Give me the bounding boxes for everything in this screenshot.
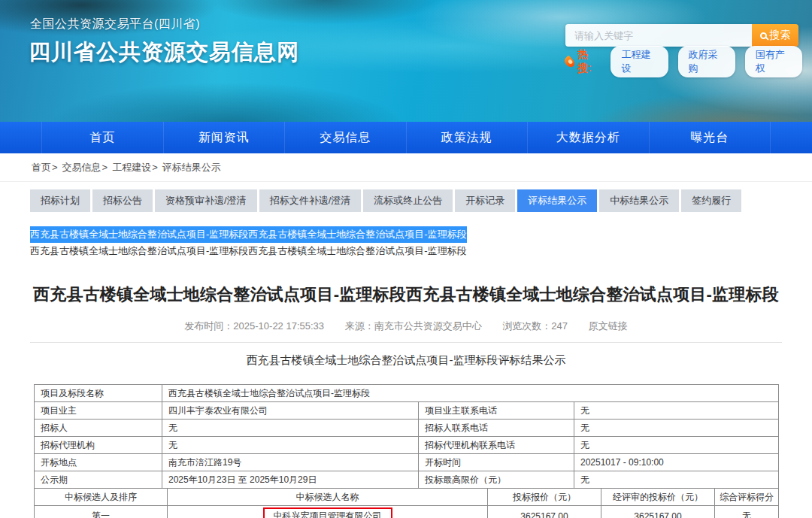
breadcrumb-separator: > — [52, 162, 58, 173]
label-opening-time: 开标时间 — [419, 454, 574, 471]
breadcrumb-trade-info[interactable]: 交易信息 — [62, 161, 102, 174]
nav-item-news[interactable]: 新闻资讯 — [164, 122, 286, 153]
label-agency: 招标代理机构 — [35, 437, 162, 454]
result-item-selected[interactable]: 西充县古楼镇全域士地综合整治试点项目-监理标段西充县古楼镇全域士地综合整治试点项… — [30, 226, 467, 243]
table-row: 项目及标段名称 西充县古楼镇全域士地综合整治试点项目-监理标段 — [35, 385, 779, 402]
table-row: 招标人 无 招标人联系电话 无 — [35, 420, 779, 437]
table-row: 公示期 2025年10月23日 至 2025年10月29日 投标最高限价（元） … — [35, 471, 779, 489]
hot-tag-state-assets[interactable]: 国有产权 — [745, 46, 802, 77]
tab-evaluation-result[interactable]: 评标结果公示 — [517, 189, 597, 212]
tab-bid-plan[interactable]: 招标计划 — [30, 189, 90, 212]
nav-item-exposure[interactable]: 曝光台 — [650, 122, 771, 153]
value-max-price: 无 — [574, 471, 779, 489]
result-list: 西充县古楼镇全域士地综合整治试点项目-监理标段西充县古楼镇全域士地综合整治试点项… — [0, 226, 812, 259]
hot-search-row: 热搜: 工程建设 政府采购 国有产权 — [565, 53, 812, 71]
value-tenderer: 无 — [162, 420, 419, 437]
project-info-table: 项目及标段名称 西充县古楼镇全域士地综合整治试点项目-监理标段 项目业主 四川丰… — [34, 384, 779, 489]
search-bar: 搜索 — [565, 24, 798, 47]
table-row: 开标地点 南充市涪江路19号 开标时间 20251017 - 09:10:00 — [35, 454, 779, 471]
search-button-label: 搜索 — [770, 29, 791, 42]
search-button[interactable]: 搜索 — [752, 24, 798, 47]
site-title: 四川省公共资源交易信息网 — [29, 38, 299, 68]
label-project-name: 项目及标段名称 — [35, 385, 162, 402]
search-icon — [760, 32, 767, 39]
origin-link[interactable]: 原文链接 — [589, 320, 628, 332]
candidate-header-row: 中标候选人及排序 中标候选人名称 投标报价（元） 经评审的投标价（元） 综合评标… — [35, 489, 779, 506]
tab-bid-document-addendum[interactable]: 招标文件补遗/澄清 — [259, 189, 362, 212]
label-agency-phone: 招标代理机构联系电话 — [419, 437, 574, 454]
label-tenderer-phone: 招标人联系电话 — [419, 420, 574, 437]
breadcrumb-home[interactable]: 首页 — [32, 161, 51, 174]
value-agency: 无 — [162, 437, 419, 454]
value-project-owner: 四川丰宇泰农业有限公司 — [162, 402, 419, 420]
breadcrumb-current-page: 评标结果公示 — [162, 161, 221, 174]
tab-bid-announcement[interactable]: 招标公告 — [92, 189, 153, 212]
article-title: 西充县古楼镇全域士地综合整治试点项目-监理标段西充县古楼镇全域士地综合整治试点项… — [0, 283, 812, 306]
value-tenderer-phone: 无 — [574, 420, 779, 437]
candidate-data-row: 第一 中科兴宏项目管理有限公司 3625167.00 3625167.00 无 — [35, 506, 779, 518]
breadcrumb-separator: > — [102, 162, 108, 173]
main-nav: 首页 新闻资讯 交易信息 政策法规 大数据分析 曝光台 — [0, 122, 812, 153]
view-count: 浏览次数：247 — [502, 320, 568, 332]
nav-item-big-data[interactable]: 大数据分析 — [528, 122, 650, 153]
header-bid-price: 投标报价（元） — [488, 489, 601, 506]
hero-banner: 全国公共资源交易平台(四川省) 四川省公共资源交易信息网 搜索 热搜: 工程建设… — [0, 0, 812, 122]
value-agency-phone: 无 — [574, 437, 779, 454]
value-opening-time: 20251017 - 09:10:00 — [574, 454, 779, 471]
result-item[interactable]: 西充县古楼镇全域士地综合整治试点项目-监理标段西充县古楼镇全域士地综合整治试点项… — [30, 243, 467, 259]
value-opening-place: 南充市涪江路19号 — [162, 454, 419, 471]
source: 来源：南充市公共资源交易中心 — [345, 320, 482, 332]
tab-contract-performance[interactable]: 签约履行 — [681, 189, 741, 212]
breadcrumb-construction[interactable]: 工程建设 — [112, 161, 151, 174]
candidate-evaluated-price: 3625167.00 — [601, 506, 715, 518]
nav-item-home[interactable]: 首页 — [41, 122, 164, 153]
table-row: 招标代理机构 无 招标代理机构联系电话 无 — [35, 437, 779, 454]
value-owner-phone: 无 — [574, 402, 779, 420]
announcement-subtitle: 西充县古楼镇全域士地综合整治试点项目-监理标段评标结果公示 — [0, 353, 812, 368]
label-publicity-period: 公示期 — [35, 471, 162, 489]
nav-item-policy[interactable]: 政策法规 — [407, 122, 529, 153]
header-candidate-rank: 中标候选人及排序 — [35, 489, 168, 506]
label-opening-place: 开标地点 — [35, 454, 162, 471]
label-max-price: 投标最高限价（元） — [419, 471, 574, 489]
tab-bid-opening-record[interactable]: 开标记录 — [455, 189, 515, 212]
tab-failed-or-terminated[interactable]: 流标或终止公告 — [363, 189, 453, 212]
meta-divider — [30, 342, 782, 343]
label-project-owner: 项目业主 — [35, 402, 162, 420]
tab-award-result[interactable]: 中标结果公示 — [599, 189, 679, 212]
candidate-rank: 第一 — [35, 506, 168, 518]
platform-label: 全国公共资源交易平台(四川省) — [30, 17, 200, 32]
winner-highlight-box: 中科兴宏项目管理有限公司 — [263, 507, 392, 518]
category-tabs: 招标计划 招标公告 资格预审补遗/澄清 招标文件补遗/澄清 流标或终止公告 开标… — [0, 189, 812, 212]
label-tenderer: 招标人 — [35, 420, 162, 437]
header-composite-score: 综合评标得分 — [715, 489, 779, 506]
header-candidate-name: 中标候选人名称 — [168, 489, 488, 506]
breadcrumb-separator: > — [152, 162, 158, 173]
article-meta: 发布时间：2025-10-22 17:55:33 来源：南充市公共资源交易中心 … — [0, 320, 812, 333]
value-publicity-period: 2025年10月23日 至 2025年10月29日 — [162, 471, 419, 489]
value-project-name: 西充县古楼镇全域士地综合整治试点项目-监理标段 — [162, 385, 779, 402]
search-input[interactable] — [565, 24, 752, 47]
hot-tag-construction[interactable]: 工程建设 — [611, 46, 668, 77]
breadcrumb: 首页 > 交易信息 > 工程建设 > 评标结果公示 — [0, 153, 812, 182]
nav-item-trade-info[interactable]: 交易信息 — [285, 122, 407, 153]
result-table: 项目及标段名称 西充县古楼镇全域士地综合整治试点项目-监理标段 项目业主 四川丰… — [34, 384, 778, 518]
publish-time: 发布时间：2025-10-22 17:55:33 — [184, 320, 324, 332]
label-owner-phone: 项目业主联系电话 — [419, 402, 574, 420]
candidate-name-cell: 中科兴宏项目管理有限公司 — [168, 506, 488, 518]
hot-tag-procurement[interactable]: 政府采购 — [678, 46, 735, 77]
flame-icon — [562, 55, 576, 68]
header-evaluated-price: 经评审的投标价（元） — [601, 489, 715, 506]
candidate-composite-score: 无 — [715, 506, 779, 518]
table-row: 项目业主 四川丰宇泰农业有限公司 项目业主联系电话 无 — [35, 402, 779, 420]
candidate-bid-price: 3625167.00 — [488, 506, 601, 518]
hot-search-label: 热搜: — [577, 48, 600, 75]
tab-prequalification-addendum[interactable]: 资格预审补遗/澄清 — [155, 189, 257, 212]
candidate-table: 中标候选人及排序 中标候选人名称 投标报价（元） 经评审的投标价（元） 综合评标… — [34, 488, 779, 518]
